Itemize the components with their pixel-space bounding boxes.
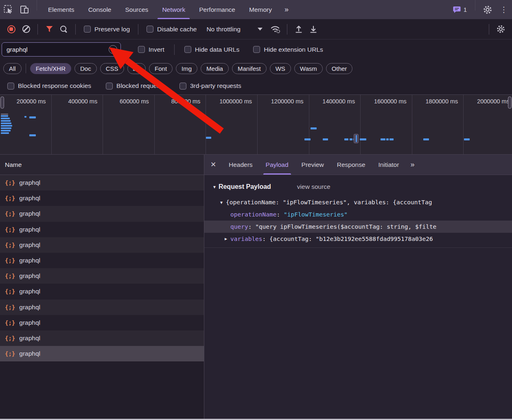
device-toolbar-icon[interactable]	[16, 0, 33, 19]
json-value: "query ipFlowTimeseries($accountTag: str…	[255, 223, 436, 230]
detail-tab-initiator[interactable]: Initiator	[372, 155, 406, 175]
expand-triangle-icon[interactable]: ▼	[220, 197, 223, 208]
chip-media[interactable]: Media	[201, 63, 229, 74]
issues-counter[interactable]: 1	[449, 0, 471, 19]
json-colon: :	[277, 211, 284, 218]
blocked-response-cookies-checkbox[interactable]: Blocked response cookies	[3, 82, 95, 90]
export-har-icon[interactable]	[306, 22, 321, 36]
close-detail-icon[interactable]: ✕	[204, 155, 222, 175]
network-settings-gear-icon[interactable]	[493, 22, 508, 36]
chip-manifest[interactable]: Manifest	[232, 63, 267, 74]
checkbox-box[interactable]	[138, 46, 145, 53]
waterfall-bar	[423, 138, 429, 140]
payload-row-query[interactable]: query: "query ipFlowTimeseries($accountT…	[204, 221, 512, 233]
hide-extension-urls-checkbox[interactable]: Hide extension URLs	[249, 46, 327, 53]
chip-fetch-xhr[interactable]: Fetch/XHR	[30, 63, 71, 74]
tab-elements[interactable]: Elements	[41, 0, 81, 19]
payload-summary-line[interactable]: ▼{operationName: "ipFlowTimeseries", var…	[204, 196, 512, 208]
kebab-menu-icon[interactable]: ⋮	[496, 0, 512, 19]
import-har-icon[interactable]	[291, 22, 306, 36]
preserve-log-checkbox[interactable]: Preserve log	[80, 26, 134, 33]
disable-cache-checkbox[interactable]: Disable cache	[142, 26, 201, 33]
overview-left-grip[interactable]	[0, 96, 4, 109]
panel-tabs: ElementsConsoleSourcesNetworkPerformance…	[41, 0, 279, 19]
network-conditions-icon[interactable]	[268, 22, 283, 36]
table-row[interactable]: {;}graphql	[0, 330, 204, 346]
table-row[interactable]: {;}graphql	[0, 300, 204, 315]
table-row[interactable]: {;}graphql	[0, 346, 204, 361]
throttling-dropdown[interactable]: No throttling	[201, 26, 268, 33]
request-detail-panel: ✕ HeadersPayloadPreviewResponseInitiator…	[204, 155, 512, 420]
request-list-panel: Name {;}graphql{;}graphql{;}graphql{;}gr…	[0, 155, 204, 420]
detail-tab-response[interactable]: Response	[330, 155, 372, 175]
expand-triangle-icon[interactable]: ▶	[225, 233, 227, 245]
chip-font[interactable]: Font	[149, 63, 173, 74]
request-payload-section[interactable]: ▼ Request Payload view source	[204, 181, 512, 193]
chip-other[interactable]: Other	[326, 63, 353, 74]
table-row[interactable]: {;}graphql	[0, 315, 204, 330]
overview-right-grip[interactable]	[508, 96, 512, 109]
tab-network[interactable]: Network	[155, 0, 192, 19]
checkbox-box[interactable]	[84, 26, 91, 33]
waterfall-bar	[350, 138, 352, 140]
json-value: {accountTag: "b12e3b2192ee5588fdad995178…	[269, 236, 433, 242]
checkbox-box[interactable]	[253, 46, 260, 53]
chip-wasm[interactable]: Wasm	[294, 63, 323, 74]
table-row[interactable]: {;}graphql	[0, 222, 204, 237]
checkbox-box[interactable]	[106, 83, 113, 90]
payload-tree: operationName: "ipFlowTimeseries"query: …	[204, 208, 512, 245]
hide-data-urls-checkbox[interactable]: Hide data URLs	[180, 46, 243, 53]
tab-console[interactable]: Console	[81, 0, 118, 19]
chip-js[interactable]: JS	[127, 63, 146, 74]
chip-ws[interactable]: WS	[270, 63, 291, 74]
name-column-header[interactable]: Name	[0, 155, 204, 175]
request-name: graphql	[19, 335, 40, 342]
payload-row-operationName[interactable]: operationName: "ipFlowTimeseries"	[204, 208, 512, 221]
table-row[interactable]: {;}graphql	[0, 284, 204, 299]
table-row[interactable]: {;}graphql	[0, 206, 204, 221]
collapse-triangle-icon[interactable]: ▼	[212, 185, 217, 189]
settings-gear-icon[interactable]	[479, 0, 496, 19]
clear-filter-icon[interactable]: ✕	[109, 45, 117, 54]
clear-button[interactable]	[19, 22, 33, 36]
view-source-link[interactable]: view source	[297, 183, 330, 190]
checkbox-box[interactable]	[147, 26, 153, 33]
tab-sources[interactable]: Sources	[118, 0, 155, 19]
search-icon[interactable]	[57, 22, 71, 36]
tab-performance[interactable]: Performance	[192, 0, 242, 19]
filter-bar: ✕ Invert Hide data URLs Hide extension U…	[0, 39, 512, 59]
record-button[interactable]	[4, 22, 19, 36]
detail-more-tabs-icon[interactable]: »	[405, 155, 418, 175]
tab-memory[interactable]: Memory	[242, 0, 279, 19]
chip-all[interactable]: All	[3, 63, 22, 74]
checkbox-box[interactable]	[179, 83, 186, 90]
network-overview-timeline[interactable]: 200000 ms400000 ms600000 ms800000 ms1000…	[0, 95, 512, 155]
detail-tab-payload[interactable]: Payload	[259, 155, 295, 175]
checkbox-box[interactable]	[184, 46, 191, 53]
chip-img[interactable]: Img	[176, 63, 197, 74]
table-row[interactable]: {;}graphql	[0, 190, 204, 206]
devtools-tabbar: ElementsConsoleSourcesNetworkPerformance…	[0, 0, 512, 19]
table-row[interactable]: {;}graphql	[0, 175, 204, 190]
filter-funnel-icon[interactable]	[42, 22, 57, 36]
blocked-requests-checkbox[interactable]: Blocked requests	[102, 82, 169, 90]
detail-tab-preview[interactable]: Preview	[295, 155, 330, 175]
chip-css[interactable]: CSS	[100, 63, 124, 74]
third-party-requests-checkbox[interactable]: 3rd-party requests	[175, 82, 245, 90]
table-row[interactable]: {;}graphql	[0, 237, 204, 253]
invert-checkbox[interactable]: Invert	[134, 46, 168, 53]
payload-row-variables[interactable]: ▶variables: {accountTag: "b12e3b2192ee55…	[204, 233, 512, 245]
table-row[interactable]: {;}graphql	[0, 253, 204, 268]
chip-doc[interactable]: Doc	[74, 63, 97, 74]
table-row[interactable]: {;}graphql	[0, 268, 204, 284]
filter-input[interactable]	[7, 46, 109, 53]
waterfall-bar	[344, 138, 348, 140]
more-tabs-icon[interactable]: »	[279, 0, 293, 19]
inspect-element-icon[interactable]	[0, 0, 16, 19]
network-main-area: Name {;}graphql{;}graphql{;}graphql{;}gr…	[0, 155, 512, 420]
hide-extension-urls-label: Hide extension URLs	[264, 46, 323, 53]
detail-tab-headers[interactable]: Headers	[222, 155, 259, 175]
dropdown-caret-icon	[258, 28, 263, 31]
checkbox-box[interactable]	[7, 83, 14, 90]
section-title: Request Payload	[219, 183, 271, 190]
